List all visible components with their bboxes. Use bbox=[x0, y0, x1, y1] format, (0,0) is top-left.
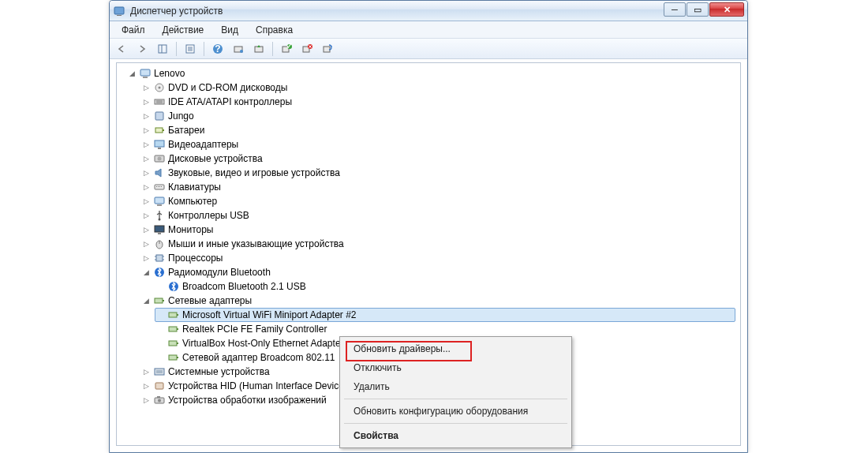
minimize-button[interactable]: ─ bbox=[664, 2, 686, 17]
svg-rect-66 bbox=[155, 383, 163, 389]
bluetooth-icon bbox=[153, 266, 166, 279]
expand-icon[interactable]: ▷ bbox=[142, 155, 151, 163]
svg-rect-43 bbox=[155, 226, 164, 232]
svg-text:?: ? bbox=[215, 43, 220, 54]
sound-icon bbox=[153, 167, 166, 179]
svg-rect-65 bbox=[156, 370, 163, 373]
category-cpu[interactable]: ▷Процессоры bbox=[140, 251, 735, 265]
svg-rect-32 bbox=[158, 148, 161, 149]
display-adapter-icon bbox=[153, 138, 166, 151]
back-button[interactable] bbox=[113, 40, 130, 58]
category-mouse[interactable]: ▷Мыши и иные указывающие устройства bbox=[140, 237, 735, 251]
category-disk[interactable]: ▷Дисковые устройства bbox=[140, 152, 735, 166]
ctx-delete[interactable]: Удалить bbox=[342, 377, 569, 396]
expand-icon[interactable]: ▷ bbox=[142, 226, 151, 234]
properties-button[interactable] bbox=[181, 40, 199, 58]
category-keyboard[interactable]: ▷Клавиатуры bbox=[140, 180, 735, 194]
disc-drive-icon bbox=[153, 81, 166, 94]
category-sound[interactable]: ▷Звуковые, видео и игровые устройства bbox=[140, 166, 735, 180]
expand-icon[interactable]: ▷ bbox=[142, 140, 151, 149]
forward-button[interactable] bbox=[133, 40, 151, 58]
svg-rect-31 bbox=[155, 140, 164, 147]
network-adapter-icon bbox=[153, 294, 166, 307]
scan-hardware-button[interactable] bbox=[230, 40, 247, 58]
mouse-icon bbox=[153, 238, 166, 250]
svg-rect-63 bbox=[177, 357, 178, 358]
enable-button[interactable] bbox=[319, 40, 336, 58]
category-dvd[interactable]: ▷DVD и CD-ROM дисководы bbox=[140, 80, 735, 95]
svg-rect-54 bbox=[155, 298, 163, 303]
category-ide[interactable]: ▷IDE ATA/ATAPI контроллеры bbox=[140, 95, 735, 109]
disable-button[interactable] bbox=[298, 40, 316, 58]
update-driver-button[interactable] bbox=[250, 40, 268, 58]
svg-point-24 bbox=[159, 87, 161, 89]
svg-text:✓: ✓ bbox=[286, 43, 292, 51]
expand-icon[interactable]: ▷ bbox=[142, 368, 151, 376]
svg-rect-55 bbox=[163, 300, 164, 301]
help-button[interactable]: ? bbox=[209, 40, 226, 58]
expand-icon[interactable]: ▷ bbox=[142, 126, 151, 135]
expand-icon[interactable]: ▷ bbox=[142, 382, 151, 391]
expand-icon[interactable]: ▷ bbox=[142, 212, 151, 220]
expand-icon[interactable]: ▷ bbox=[142, 112, 151, 121]
titlebar[interactable]: Диспетчер устройств ─ ▭ ✕ bbox=[110, 1, 747, 21]
device-net-realtek[interactable]: ▷Realtek PCIe FE Family Controller bbox=[155, 322, 735, 336]
ctx-properties[interactable]: Свойства bbox=[342, 426, 569, 445]
imaging-icon bbox=[153, 394, 166, 406]
title-text: Диспетчер устройств bbox=[130, 6, 223, 17]
uninstall-button[interactable]: ✓ bbox=[278, 40, 295, 58]
collapse-icon[interactable]: ◢ bbox=[142, 297, 151, 305]
device-bt-broadcom[interactable]: ▷Broadcom Bluetooth 2.1 USB bbox=[155, 279, 735, 294]
expand-icon[interactable]: ▷ bbox=[142, 254, 151, 263]
show-hide-tree-button[interactable] bbox=[154, 40, 171, 58]
maximize-button[interactable]: ▭ bbox=[687, 2, 709, 17]
category-monitor[interactable]: ▷Мониторы bbox=[140, 223, 735, 237]
network-adapter-icon bbox=[167, 323, 180, 335]
svg-point-34 bbox=[158, 157, 162, 161]
jungo-icon bbox=[153, 110, 166, 122]
ctx-rescan-hardware[interactable]: Обновить конфигурацию оборудования bbox=[342, 402, 569, 421]
svg-point-68 bbox=[158, 399, 161, 402]
category-battery[interactable]: ▷Батареи bbox=[140, 123, 735, 137]
category-video[interactable]: ▷Видеоадаптеры bbox=[140, 137, 735, 152]
svg-rect-60 bbox=[169, 341, 177, 346]
expand-icon[interactable]: ▷ bbox=[142, 169, 151, 178]
toolbar-separator bbox=[204, 42, 204, 56]
category-usb[interactable]: ▷Контроллеры USB bbox=[140, 208, 735, 223]
expand-icon[interactable]: ▷ bbox=[142, 98, 151, 107]
toolbar-separator bbox=[272, 42, 273, 56]
category-computer[interactable]: ▷Компьютер bbox=[140, 194, 735, 208]
category-bluetooth[interactable]: ◢Радиомодули Bluetooth bbox=[140, 265, 735, 279]
svg-rect-58 bbox=[169, 327, 177, 331]
menu-help[interactable]: Справка bbox=[249, 23, 300, 37]
ctx-update-drivers[interactable]: Обновить драйверы... bbox=[342, 339, 569, 358]
category-network[interactable]: ◢Сетевые адаптеры bbox=[140, 294, 735, 308]
collapse-icon[interactable]: ◢ bbox=[142, 268, 151, 277]
expand-icon[interactable]: ▷ bbox=[142, 240, 151, 249]
ctx-separator bbox=[344, 423, 567, 424]
tree-root[interactable]: ◢ Lenovo bbox=[126, 66, 735, 80]
svg-rect-47 bbox=[156, 255, 163, 261]
expand-icon[interactable]: ▷ bbox=[142, 84, 151, 92]
device-net-virtual-wifi[interactable]: ▷Microsoft Virtual WiFi Miniport Adapter… bbox=[155, 308, 735, 322]
svg-rect-39 bbox=[161, 186, 162, 187]
svg-rect-22 bbox=[143, 77, 148, 78]
svg-rect-44 bbox=[158, 233, 161, 234]
menu-file[interactable]: Файл bbox=[114, 23, 152, 37]
toolbar-separator bbox=[176, 42, 177, 56]
expand-icon[interactable]: ▷ bbox=[142, 396, 151, 405]
category-jungo[interactable]: ▷Jungo bbox=[140, 109, 735, 123]
network-adapter-icon bbox=[167, 337, 180, 350]
menu-action[interactable]: Действие bbox=[155, 23, 211, 37]
expand-icon[interactable]: ▷ bbox=[142, 197, 151, 206]
menu-view[interactable]: Вид bbox=[214, 23, 245, 37]
svg-point-11 bbox=[240, 50, 243, 53]
expand-icon[interactable]: ▷ bbox=[142, 183, 151, 192]
svg-rect-20 bbox=[324, 47, 330, 52]
processor-icon bbox=[153, 252, 166, 264]
collapse-icon[interactable]: ◢ bbox=[128, 69, 137, 78]
ctx-disable[interactable]: Отключить bbox=[342, 358, 569, 377]
window-controls: ─ ▭ ✕ bbox=[663, 2, 744, 17]
close-button[interactable]: ✕ bbox=[709, 2, 744, 17]
svg-rect-28 bbox=[155, 112, 163, 120]
